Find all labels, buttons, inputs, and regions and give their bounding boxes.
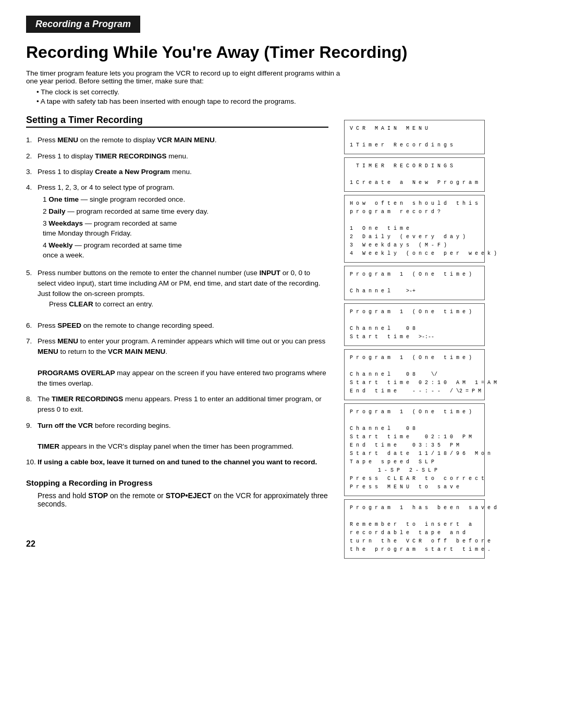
- step-2: Press 1 to display TIMER RECORDINGS menu…: [26, 151, 328, 162]
- step-10-content: If using a cable box, leave it turned on…: [38, 457, 328, 467]
- step-7-menu1: MENU: [57, 337, 78, 345]
- step-5-clear: CLEAR: [69, 300, 93, 308]
- step-2-timer: TIMER RECORDINGS: [95, 152, 166, 160]
- screen-vcr-main-menu-inner: V C R M A I N M E N U 1 T i m e r R e c …: [345, 120, 484, 154]
- step-4-sub-2: 2 Daily — program recorded at same time …: [43, 207, 328, 217]
- step-4: Press 1, 2, 3, or 4 to select type of pr…: [26, 182, 328, 263]
- step-5-input: INPUT: [260, 269, 281, 277]
- step-6: Press SPEED on the remote to change reco…: [26, 320, 328, 331]
- sub-3-bold: Weekdays: [48, 219, 83, 227]
- screen-prog1-saved-inner: P r o g r a m 1 h a s b e e n s a v e d …: [345, 500, 484, 558]
- step-10: If using a cable box, leave it turned on…: [26, 457, 328, 467]
- intro-bullets: The clock is set correctly. A tape with …: [36, 88, 537, 105]
- step-4-content: Press 1, 2, 3, or 4 to select type of pr…: [38, 182, 328, 263]
- step-8-content: The TIMER RECORDINGS menu appears. Press…: [38, 394, 328, 415]
- section2-heading: Stopping a Recording in Progress: [26, 478, 328, 487]
- content-wrapper: Setting a Timer Recording Press MENU on …: [26, 115, 537, 561]
- screen-vcr-main-menu: V C R M A I N M E N U 1 T i m e r R e c …: [344, 120, 485, 154]
- sub-2-bold: Daily: [48, 207, 65, 215]
- step-5: Press number buttons on the remote to en…: [26, 268, 328, 315]
- screen-prog1-start-end: P r o g r a m 1 ( O n e t i m e ) C h a …: [344, 349, 485, 400]
- screen-prog1-full: P r o g r a m 1 ( O n e t i m e ) C h a …: [344, 403, 485, 496]
- intro-paragraph: The timer program feature lets you progr…: [26, 69, 349, 85]
- step-1-content: Press MENU on the remote to display VCR …: [38, 135, 328, 145]
- stopping-stop: STOP: [88, 491, 108, 500]
- intro-bullet-2: A tape with safety tab has been inserted…: [36, 97, 537, 105]
- screen-prog1-start-end-inner: P r o g r a m 1 ( O n e t i m e ) C h a …: [345, 350, 484, 400]
- screen-how-often: H o w o f t e n s h o u l d t h i s p r …: [344, 195, 485, 263]
- step-4-sub-1: 1 One time — single program recorded onc…: [43, 195, 328, 205]
- screen-prog1-ch-08-inner: P r o g r a m 1 ( O n e t i m e ) C h a …: [345, 304, 484, 346]
- step-1-vcrmainmenu: VCR MAIN MENU: [157, 136, 215, 144]
- stopping-stopeject: STOP•EJECT: [166, 491, 212, 500]
- step-1-menu: MENU: [57, 136, 78, 144]
- step-4-sub-4: 4 Weekly — program recorded at same time…: [43, 241, 328, 261]
- step-3-content: Press 1 to display Create a New Program …: [38, 167, 328, 177]
- step-5-note: Press CLEAR to correct an entry.: [49, 299, 328, 310]
- screen-stack: V C R M A I N M E N U 1 T i m e r R e c …: [344, 120, 485, 561]
- page-main-title: Recording While You're Away (Timer Recor…: [26, 42, 537, 62]
- step-2-content: Press 1 to display TIMER RECORDINGS menu…: [38, 151, 328, 162]
- section1-heading: Setting a Timer Recording: [26, 115, 328, 128]
- screen-prog1-ch-blank: P r o g r a m 1 ( O n e t i m e ) C h a …: [344, 266, 485, 300]
- sub-4-bold: Weekly: [48, 241, 72, 249]
- step-3-create: Create a New Program: [95, 168, 170, 176]
- screen-prog1-ch-08: P r o g r a m 1 ( O n e t i m e ) C h a …: [344, 303, 485, 346]
- step-9-content: Turn off the VCR before recording begins…: [38, 421, 328, 452]
- step-8: The TIMER RECORDINGS menu appears. Press…: [26, 394, 328, 415]
- step-3: Press 1 to display Create a New Program …: [26, 167, 328, 177]
- stopping-text: Press and hold STOP on the remote or STO…: [38, 491, 328, 508]
- screen-prog1-saved: P r o g r a m 1 h a s b e e n s a v e d …: [344, 499, 485, 559]
- step-8-timer: TIMER RECORDINGS: [52, 395, 123, 403]
- stopping-text-wrapper: Press and hold STOP on the remote or STO…: [38, 491, 328, 508]
- step-9-turnoff: Turn off the VCR: [38, 422, 93, 429]
- step-9-timer: TIMER: [38, 442, 59, 450]
- step-7: Press MENU to enter your program. A remi…: [26, 336, 328, 389]
- screen-prog1-full-inner: P r o g r a m 1 ( O n e t i m e ) C h a …: [345, 404, 484, 496]
- screen-prog1-ch-blank-inner: P r o g r a m 1 ( O n e t i m e ) C h a …: [345, 266, 484, 300]
- header-banner: Recording a Program: [26, 16, 140, 33]
- steps-list: Press MENU on the remote to display VCR …: [26, 135, 328, 467]
- step-7-content: Press MENU to enter your program. A remi…: [38, 336, 328, 389]
- step-1: Press MENU on the remote to display VCR …: [26, 135, 328, 145]
- page-number: 22: [26, 539, 328, 549]
- screen-timer-inner: T I M E R R E C O R D I N G S 1 C r e a …: [345, 158, 484, 191]
- step-7-overlap: PROGRAMS OVERLAP: [38, 369, 115, 377]
- header-banner-text: Recording a Program: [35, 19, 131, 29]
- step-4-sub-3: 3 Weekdays — program recorded at sametim…: [43, 219, 328, 239]
- step-9: Turn off the VCR before recording begins…: [26, 421, 328, 452]
- step-4-sublist: 1 One time — single program recorded onc…: [43, 195, 328, 260]
- step-5-content: Press number buttons on the remote to en…: [38, 268, 328, 315]
- sub-1-bold: One time: [48, 195, 79, 203]
- intro-bullet-1: The clock is set correctly.: [36, 88, 537, 96]
- step-6-content: Press SPEED on the remote to change reco…: [38, 320, 328, 331]
- step-6-speed: SPEED: [57, 322, 81, 329]
- screen-timer-recordings: T I M E R R E C O R D I N G S 1 C r e a …: [344, 157, 485, 192]
- step-7-vcr: VCR MAIN MENU: [108, 348, 165, 355]
- step-7-menu2: MENU: [38, 348, 58, 355]
- screen-how-often-inner: H o w o f t e n s h o u l d t h i s p r …: [345, 195, 484, 262]
- step-10-bold: If using a cable box, leave it turned on…: [38, 458, 317, 466]
- right-column: V C R M A I N M E N U 1 T i m e r R e c …: [344, 120, 485, 561]
- left-column: Setting a Timer Recording Press MENU on …: [26, 115, 328, 548]
